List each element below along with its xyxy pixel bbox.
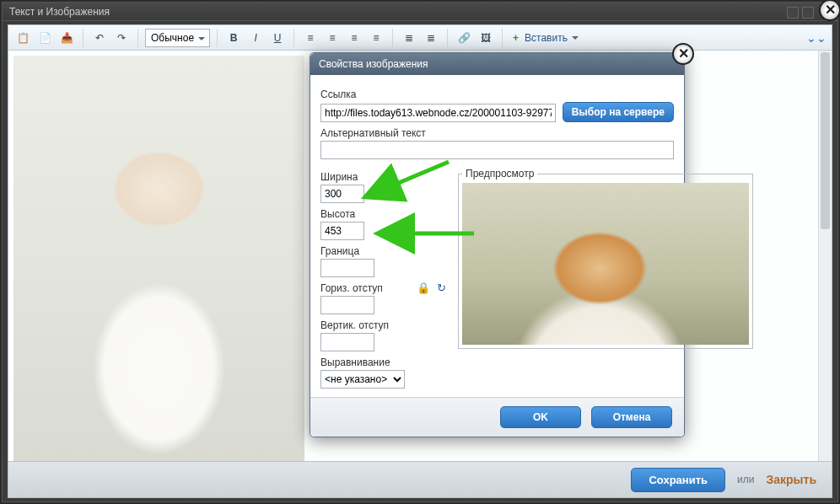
redo-icon[interactable]: ↷ — [112, 29, 131, 47]
scrollbar-thumb[interactable] — [821, 52, 830, 229]
align-right-icon[interactable]: ≡ — [345, 29, 363, 47]
editor-toolbar: 📋 📄 📥 ↶ ↷ Обычное B I U ≡ ≡ ≡ ≡ ≣ ≣ 🔗 🖼 — [8, 25, 832, 51]
copy-icon[interactable]: 📄 — [35, 29, 54, 47]
footer-close-link[interactable]: Закрыть — [766, 473, 816, 486]
align-left-icon[interactable]: ≡ — [301, 29, 320, 47]
link-icon[interactable]: 🔗 — [455, 29, 473, 47]
hspace-label: Гориз. отступ — [320, 282, 405, 294]
maximize-icon[interactable] — [802, 7, 814, 19]
window-close-button[interactable]: ✕ — [819, 0, 840, 21]
cut-icon[interactable]: 📋 — [13, 29, 32, 47]
window-controls — [787, 7, 814, 19]
vspace-input[interactable] — [320, 333, 374, 351]
separator — [217, 29, 218, 47]
dimensions-column: Ширина Высота Граница Гориз. отступ Верт… — [320, 166, 405, 389]
browse-server-button[interactable]: Выбор на сервере — [563, 102, 674, 122]
align-label: Выравнивание — [320, 357, 405, 368]
bold-icon[interactable]: B — [224, 29, 243, 47]
ordered-list-icon[interactable]: ≣ — [400, 29, 418, 47]
image-properties-dialog: Свойства изображения ✕ Ссылка Выбор на с… — [310, 52, 685, 437]
border-input[interactable] — [320, 259, 374, 277]
ok-button[interactable]: OK — [500, 406, 581, 428]
paste-icon[interactable]: 📥 — [57, 29, 76, 47]
separator — [502, 29, 503, 47]
align-select[interactable]: <не указано> — [320, 370, 405, 389]
preview-fieldset: Предпросмотр — [458, 168, 753, 349]
separator — [83, 29, 83, 47]
width-input[interactable] — [320, 185, 364, 203]
save-button[interactable]: Сохранить — [631, 468, 725, 492]
dialog-body: Ссылка Выбор на сервере Альтернативный т… — [310, 75, 684, 397]
align-center-icon[interactable]: ≡ — [323, 29, 342, 47]
vertical-scrollbar[interactable] — [818, 51, 832, 472]
separator — [137, 29, 138, 47]
inserted-image[interactable] — [13, 56, 304, 472]
insert-label: Вставить — [525, 32, 568, 44]
cancel-button[interactable]: Отмена — [591, 406, 672, 428]
editor-footer: Сохранить или Закрыть — [8, 461, 832, 498]
dialog-close-button[interactable]: ✕ — [672, 43, 694, 65]
lock-aspect-icon[interactable]: 🔒 — [417, 281, 430, 294]
unordered-list-icon[interactable]: ≣ — [422, 29, 440, 47]
link-label: Ссылка — [320, 88, 674, 100]
dialog-footer: OK Отмена — [310, 397, 684, 437]
preview-column: Предпросмотр — [458, 166, 753, 389]
underline-icon[interactable]: U — [268, 29, 287, 47]
separator — [447, 29, 448, 47]
height-input[interactable] — [320, 222, 364, 240]
italic-icon[interactable]: I — [246, 29, 265, 47]
alt-text-input[interactable] — [320, 141, 674, 159]
width-label: Ширина — [320, 171, 405, 183]
image-icon[interactable]: 🖼 — [477, 29, 495, 47]
alt-text-label: Альтернативный текст — [320, 127, 674, 139]
separator — [293, 29, 294, 47]
separator — [392, 29, 393, 47]
dialog-title: Свойства изображения — [310, 53, 684, 75]
link-input[interactable] — [320, 104, 556, 122]
hspace-input[interactable] — [320, 296, 374, 314]
preview-image — [462, 183, 749, 345]
paragraph-style-label: Обычное — [151, 32, 194, 44]
footer-or-text: или — [737, 474, 754, 485]
reset-size-icon[interactable]: ↻ — [437, 281, 446, 294]
preview-scrollbox[interactable] — [462, 183, 749, 345]
preview-legend: Предпросмотр — [462, 168, 537, 180]
insert-menu[interactable]: Вставить — [509, 29, 583, 47]
border-label: Граница — [320, 245, 405, 257]
undo-icon[interactable]: ↶ — [90, 29, 109, 47]
vspace-label: Вертик. отступ — [320, 319, 405, 331]
window-title: Текст и Изображения — [3, 3, 837, 21]
minimize-icon[interactable] — [787, 7, 799, 19]
align-justify-icon[interactable]: ≡ — [367, 29, 385, 47]
paragraph-style-select[interactable]: Обычное — [145, 29, 210, 47]
height-label: Высота — [320, 208, 405, 220]
collapse-toolbar-icon[interactable]: ⌄⌄ — [806, 31, 827, 45]
dimension-icons: 🔒 ↻ — [417, 186, 446, 389]
